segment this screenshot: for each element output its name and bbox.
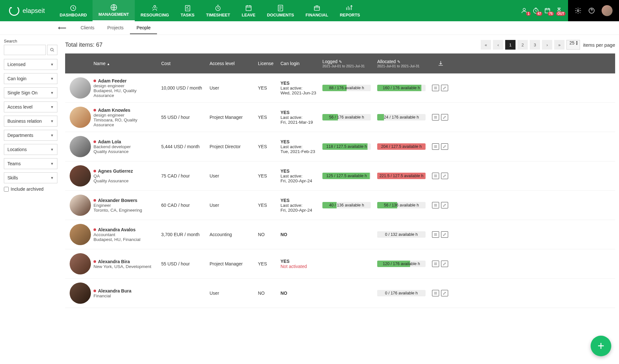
subnav-people[interactable]: People bbox=[130, 22, 157, 34]
col-license[interactable]: License bbox=[255, 60, 278, 67]
page-«[interactable]: « bbox=[481, 40, 491, 50]
user-avatar[interactable] bbox=[602, 5, 613, 16]
details-button[interactable] bbox=[432, 85, 439, 91]
logo[interactable]: elapseit bbox=[0, 0, 54, 21]
subnav-clients[interactable]: Clients bbox=[74, 22, 101, 34]
nav-reports[interactable]: REPORTS bbox=[334, 0, 366, 21]
include-archived-checkbox[interactable] bbox=[4, 187, 9, 192]
subnav-projects[interactable]: Projects bbox=[101, 22, 130, 34]
edit-button[interactable] bbox=[441, 261, 448, 267]
col-cost[interactable]: Cost bbox=[159, 60, 207, 67]
nav-resourcing[interactable]: RESOURCING bbox=[135, 0, 175, 21]
nav-management[interactable]: MANAGEMENT bbox=[93, 0, 135, 21]
nav-timesheet[interactable]: TIMESHEET bbox=[200, 0, 236, 21]
pencil-icon[interactable]: ✎ bbox=[339, 60, 342, 64]
status-calendar-icon[interactable]: 75 bbox=[543, 6, 552, 15]
pagination: «‹123›» 25 ▲▼ items per page bbox=[481, 40, 615, 50]
filter-single-sign-on[interactable]: Single Sign On▼ bbox=[4, 87, 57, 98]
nav-financial[interactable]: FINANCIAL bbox=[300, 0, 334, 21]
col-logged[interactable]: Logged✎2021-Jul-01 to 2021-Jul-31 bbox=[320, 58, 375, 69]
status-hourglass-icon[interactable]: OUT bbox=[555, 6, 564, 15]
status-approvals-icon[interactable]: 1 bbox=[520, 6, 529, 15]
cost-cell: 55 USD / hour bbox=[159, 114, 207, 120]
edit-button[interactable] bbox=[441, 231, 448, 238]
nav-documents[interactable]: DOCUMENTS bbox=[261, 0, 300, 21]
status-timer-icon[interactable]: 47 bbox=[531, 6, 540, 15]
chevron-down-icon: ▼ bbox=[50, 148, 54, 151]
details-button[interactable] bbox=[432, 173, 439, 179]
settings-icon[interactable] bbox=[575, 7, 582, 14]
edit-button[interactable] bbox=[441, 202, 448, 208]
person-name[interactable]: Alexandra Bira bbox=[93, 259, 156, 264]
status-dot-icon bbox=[93, 170, 96, 172]
nav-leave[interactable]: LEAVE bbox=[236, 0, 261, 21]
details-button[interactable] bbox=[432, 114, 439, 120]
person-name[interactable]: Adam Lola bbox=[93, 139, 156, 144]
pencil-icon[interactable]: ✎ bbox=[397, 60, 400, 64]
person-avatar[interactable] bbox=[70, 283, 91, 304]
person-avatar[interactable] bbox=[70, 136, 91, 157]
filter-access-level[interactable]: Access level▼ bbox=[4, 101, 57, 112]
person-name[interactable]: Agnes Gutierrez bbox=[93, 168, 156, 174]
hours-bar: 56 / 136 available h bbox=[377, 202, 426, 208]
help-icon[interactable] bbox=[588, 7, 595, 14]
edit-button[interactable] bbox=[441, 173, 448, 179]
page-»[interactable]: » bbox=[554, 40, 565, 50]
person-avatar[interactable] bbox=[70, 77, 91, 99]
page-2[interactable]: 2 bbox=[517, 40, 528, 50]
filter-departments[interactable]: Departments▼ bbox=[4, 130, 57, 141]
person-name[interactable]: Alexander Bowers bbox=[93, 198, 156, 203]
page-›[interactable]: › bbox=[542, 40, 552, 50]
edit-button[interactable] bbox=[441, 114, 448, 120]
nav-tasks[interactable]: TASKS bbox=[175, 0, 200, 21]
details-button[interactable] bbox=[432, 261, 439, 267]
logged-cell bbox=[320, 234, 375, 235]
filter-teams[interactable]: Teams▼ bbox=[4, 158, 57, 169]
badge-1: 1 bbox=[526, 12, 531, 16]
person-name[interactable]: Adam Feeder bbox=[93, 78, 156, 83]
person-avatar[interactable] bbox=[70, 107, 91, 128]
svg-point-8 bbox=[523, 8, 525, 11]
include-archived-row[interactable]: Include archived bbox=[4, 187, 57, 192]
filter-can-login[interactable]: Can login▼ bbox=[4, 73, 57, 84]
access-cell: Accounting bbox=[207, 231, 255, 238]
filter-skills[interactable]: Skills▼ bbox=[4, 172, 57, 183]
person-avatar[interactable] bbox=[70, 253, 91, 274]
person-avatar[interactable] bbox=[70, 224, 91, 245]
page-3[interactable]: 3 bbox=[530, 40, 540, 50]
page-1[interactable]: 1 bbox=[505, 40, 516, 50]
hours-bar: 88 / 176 available h bbox=[322, 85, 371, 91]
details-button[interactable] bbox=[432, 231, 439, 238]
login-cell: NO bbox=[278, 290, 320, 296]
page-‹[interactable]: ‹ bbox=[493, 40, 503, 50]
edit-button[interactable] bbox=[441, 85, 448, 91]
table-row: Alexandra BiraNew York, USA, Development… bbox=[65, 249, 615, 279]
brand-text: elapseit bbox=[23, 7, 45, 14]
details-button[interactable] bbox=[432, 143, 439, 150]
nav-dashboard[interactable]: DASHBOARD bbox=[54, 0, 93, 21]
logged-cell: 40 / 136 available h bbox=[320, 201, 375, 209]
col-allocated[interactable]: Allocated✎2021-Jul-01 to 2021-Jul-31 bbox=[375, 58, 429, 69]
details-button[interactable] bbox=[432, 202, 439, 208]
search-button[interactable] bbox=[47, 45, 57, 55]
person-avatar[interactable] bbox=[70, 195, 91, 216]
search-input[interactable] bbox=[4, 45, 46, 55]
person-name[interactable]: Alexandra Avalos bbox=[93, 227, 156, 232]
back-arrow-icon[interactable]: ⟵ bbox=[58, 24, 66, 32]
person-name[interactable]: Alexandra Bura bbox=[93, 288, 156, 293]
edit-button[interactable] bbox=[441, 290, 448, 296]
filter-licensed[interactable]: Licensed▼ bbox=[4, 59, 57, 70]
filter-locations[interactable]: Locations▼ bbox=[4, 144, 57, 155]
download-icon[interactable] bbox=[429, 59, 452, 68]
per-page-select[interactable]: 25 ▲▼ bbox=[566, 40, 580, 50]
filter-business-relation[interactable]: Business relation▼ bbox=[4, 116, 57, 127]
details-button[interactable] bbox=[432, 290, 439, 296]
col-name[interactable]: Name ▲ bbox=[91, 60, 159, 67]
edit-button[interactable] bbox=[441, 143, 448, 150]
person-name[interactable]: Adam Knowles bbox=[93, 108, 156, 113]
login-cell: YESLast active:Wed, 2021-Jun-23 bbox=[278, 80, 320, 96]
col-access[interactable]: Access level bbox=[207, 60, 255, 67]
col-can-login[interactable]: Can login bbox=[278, 60, 320, 67]
person-avatar[interactable] bbox=[70, 165, 91, 187]
nav-icon bbox=[110, 4, 118, 11]
